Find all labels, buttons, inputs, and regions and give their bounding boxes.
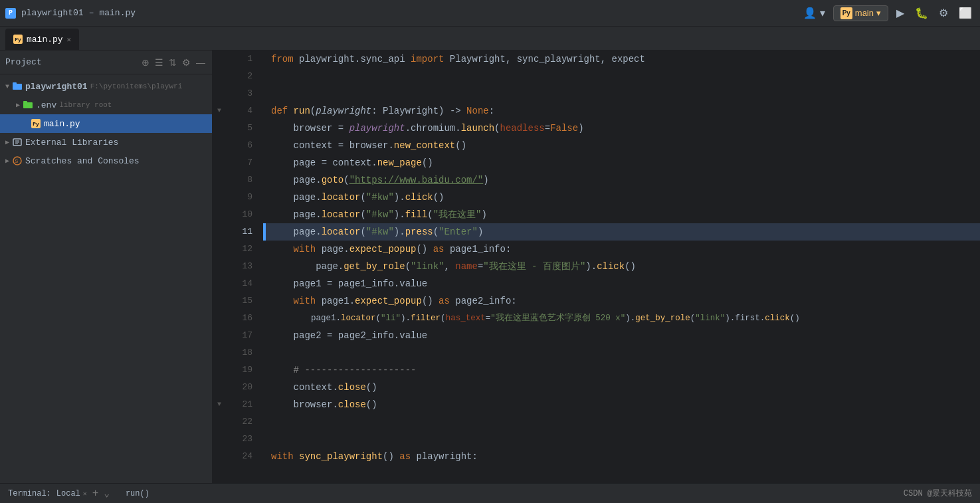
- svg-text:S: S: [15, 158, 19, 164]
- project-root-label: playwright01: [25, 82, 88, 92]
- run-button[interactable]: ▶: [894, 5, 907, 21]
- tab-bar: Py main.py ✕: [0, 27, 980, 50]
- gutter-16: [213, 310, 226, 327]
- env-folder-icon: [23, 100, 33, 110]
- ln-8: 8: [226, 171, 258, 189]
- code-line-4: def run(playwright: Playwright) -> None:: [266, 102, 980, 120]
- ln-18: 18: [226, 344, 258, 361]
- gutter-10: [213, 206, 226, 223]
- ln-16: 16: [226, 310, 258, 327]
- gutter-4: ▼: [213, 102, 226, 120]
- sidebar-settings-btn[interactable]: ⚙: [181, 56, 192, 69]
- ln-6: 6: [226, 137, 258, 154]
- ln-22: 22: [226, 413, 258, 431]
- svg-rect-2: [23, 102, 33, 108]
- code-line-1: from playwright.sync_api import Playwrig…: [266, 50, 980, 68]
- code-line-2: [266, 68, 980, 85]
- sidebar-sort-btn[interactable]: ⇅: [167, 56, 178, 69]
- tree-item-ext-libs[interactable]: ▶ External Libraries: [0, 133, 212, 151]
- local-tab-close[interactable]: ✕: [83, 490, 87, 498]
- code-lines[interactable]: from playwright.sync_api import Playwrig…: [266, 50, 980, 483]
- line-marker-11: [263, 223, 266, 241]
- bottom-bar: Terminal: Local ✕ + ⌄ run() CSDN @景天科技苑: [0, 483, 980, 503]
- terminal-chevron-btn[interactable]: ⌄: [104, 488, 109, 499]
- sidebar-add-btn[interactable]: ⊕: [140, 56, 151, 69]
- title-bar-left: P playwright01 – main.py: [5, 8, 136, 19]
- tree-arrow-env: ▶: [13, 101, 23, 109]
- debug-button[interactable]: 🐛: [912, 5, 931, 21]
- sidebar-tree[interactable]: ▼ playwright01 F:\pytonitems\playwri ▶ .…: [0, 74, 212, 483]
- tab-file-icon: Py: [13, 35, 23, 44]
- sidebar-header: Project ⊕ ☰ ⇅ ⚙ —: [0, 50, 212, 74]
- tree-arrow-root: ▼: [3, 83, 12, 90]
- gutter-14: [213, 275, 226, 292]
- gutter-23: [213, 431, 226, 448]
- gutter-6: [213, 137, 226, 154]
- code-line-14: page1 = page1_info.value: [266, 275, 980, 292]
- svg-rect-0: [13, 84, 22, 90]
- code-line-23: [266, 431, 980, 448]
- tree-item-main-py[interactable]: ▶ Py main.py: [0, 114, 212, 133]
- ln-4: 4: [226, 102, 258, 120]
- terminal-text: Terminal:: [8, 489, 51, 498]
- project-folder-icon: [12, 82, 23, 91]
- tree-item-project-root[interactable]: ▼ playwright01 F:\pytonitems\playwri: [0, 77, 212, 96]
- ln-21: 21: [226, 396, 258, 413]
- gutter-21: ▼: [213, 396, 226, 413]
- gutter-8: [213, 171, 226, 189]
- scratches-label: Scratches and Consoles: [25, 156, 140, 166]
- ln-7: 7: [226, 154, 258, 171]
- code-line-21: browser.close(): [266, 396, 980, 413]
- gutter-12: [213, 241, 226, 258]
- code-line-8: page.goto("https://www.baidu.com/"): [266, 171, 980, 189]
- run-label: run(): [126, 489, 149, 498]
- sidebar-hide-btn[interactable]: —: [195, 56, 207, 69]
- title-bar: P playwright01 – main.py 👤 ▾ Py main ▾ ▶…: [0, 0, 980, 27]
- add-terminal-btn[interactable]: +: [92, 488, 99, 500]
- code-line-22: [266, 413, 980, 431]
- mainpy-label: main.py: [44, 119, 80, 129]
- svg-rect-1: [13, 82, 17, 84]
- mainpy-icon: Py: [31, 119, 41, 128]
- ln-5: 5: [226, 120, 258, 137]
- tab-close-btn[interactable]: ✕: [67, 35, 72, 44]
- code-line-10: page.locator("#kw").fill("我在这里"): [266, 206, 980, 223]
- code-line-15: with page1.expect_popup() as page2_info:: [266, 292, 980, 310]
- run-config-btn[interactable]: Py main ▾: [833, 5, 888, 21]
- tree-item-env[interactable]: ▶ .env library root: [0, 96, 212, 114]
- ln-3: 3: [226, 85, 258, 102]
- title-separator: –: [89, 8, 94, 18]
- ext-libs-label: External Libraries: [25, 138, 118, 148]
- ext-libs-icon: [12, 138, 23, 147]
- maximize-button[interactable]: ⬜: [956, 5, 975, 21]
- ln-9: 9: [226, 189, 258, 206]
- code-line-19: # --------------------: [266, 361, 980, 379]
- gutter-7: [213, 154, 226, 171]
- main-area: Project ⊕ ☰ ⇅ ⚙ — ▼ playwright01 F:\pyto…: [0, 50, 980, 483]
- py-icon: Py: [840, 7, 852, 19]
- run-config-chevron: ▾: [876, 8, 881, 18]
- bottom-bar-left: Terminal: Local ✕ + ⌄ run(): [8, 488, 149, 500]
- project-name: playwright01: [21, 8, 84, 18]
- tab-main-py[interactable]: Py main.py ✕: [5, 29, 79, 50]
- watermark: CSDN @景天科技苑: [904, 488, 972, 499]
- local-tab[interactable]: Local ✕: [56, 489, 87, 498]
- settings-button[interactable]: ⚙: [936, 5, 951, 21]
- ln-2: 2: [226, 68, 258, 85]
- line-numbers: 1 2 3 4 5 6 7 8 9 10 11 12 13 14 15 16 1…: [226, 50, 266, 483]
- ln-14: 14: [226, 275, 258, 292]
- sidebar-collapse-btn[interactable]: ☰: [153, 56, 165, 69]
- code-editor[interactable]: ▼ ▼: [213, 50, 980, 483]
- ln-20: 20: [226, 379, 258, 396]
- code-line-3: [266, 85, 980, 102]
- code-line-13: page.get_by_role("link", name="我在这里 - 百度…: [266, 258, 980, 275]
- env-label: .env: [36, 100, 56, 110]
- gutter-5: [213, 120, 226, 137]
- code-line-12: with page.expect_popup() as page1_info:: [266, 241, 980, 258]
- sidebar-title: Project: [5, 57, 42, 67]
- terminal-label: Terminal:: [8, 489, 51, 498]
- project-root-path: F:\pytonitems\playwri: [90, 82, 183, 90]
- user-icon-btn[interactable]: 👤 ▾: [801, 5, 827, 21]
- tree-item-scratches[interactable]: ▶ S Scratches and Consoles: [0, 151, 212, 170]
- code-line-20: context.close(): [266, 379, 980, 396]
